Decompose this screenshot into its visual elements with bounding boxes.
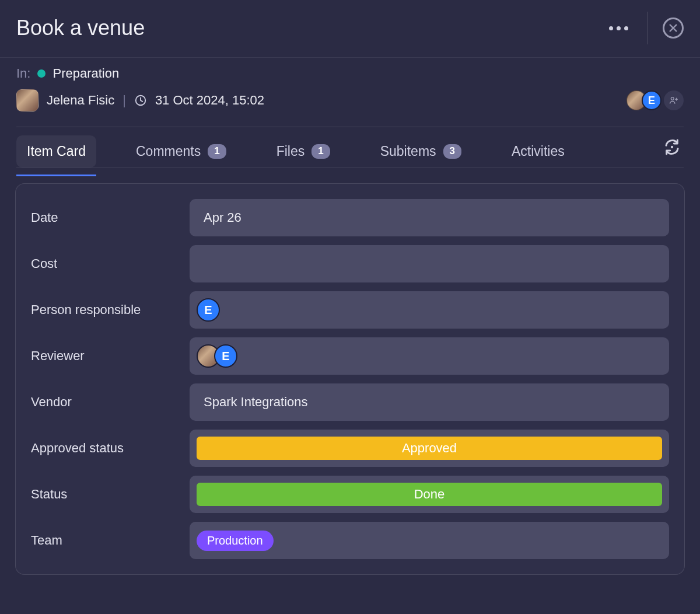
watcher-avatar-stack[interactable]: E [626, 90, 662, 110]
tab-label: Activities [512, 144, 565, 159]
page-title: Book a venue [16, 16, 606, 40]
field-cost: Cost [31, 245, 669, 282]
tab-subitems[interactable]: Subitems 3 [370, 135, 472, 168]
more-options-button[interactable] [606, 23, 632, 34]
tab-files[interactable]: Files 1 [266, 135, 341, 168]
meta-wrap: In: Preparation Jelena Fisic | 31 Oct 20… [0, 58, 700, 168]
tab-item-card[interactable]: Item Card [16, 135, 96, 168]
status-value[interactable]: Done [190, 476, 669, 513]
tab-comments[interactable]: Comments 1 [125, 135, 237, 168]
field-label: Reviewer [31, 348, 190, 364]
field-reviewer: Reviewer E [31, 337, 669, 375]
tab-label: Item Card [27, 144, 86, 159]
watcher-avatar-letter: E [642, 90, 662, 110]
tab-badge: 1 [208, 144, 226, 158]
assignee-avatar-letter: E [197, 298, 220, 322]
tab-badge: 1 [312, 144, 330, 158]
team-pill: Production [197, 531, 274, 551]
field-label: Approved status [31, 441, 190, 456]
field-approved-status: Approved status Approved [31, 430, 669, 467]
item-card: Date Apr 26 Cost Person responsible E Re… [15, 183, 685, 575]
field-label: Person responsible [31, 302, 190, 318]
refresh-button[interactable] [663, 138, 684, 166]
refresh-icon [663, 138, 681, 156]
field-date: Date Apr 26 [31, 199, 669, 236]
cost-value[interactable] [190, 245, 669, 282]
svg-point-1 [671, 97, 674, 100]
reviewer-value[interactable]: E [190, 337, 669, 375]
author-avatar[interactable] [16, 89, 38, 111]
date-value[interactable]: Apr 26 [190, 199, 669, 236]
vertical-divider [647, 12, 648, 44]
field-label: Status [31, 487, 190, 502]
field-status: Status Done [31, 476, 669, 513]
approved-status-value[interactable]: Approved [190, 430, 669, 467]
card-area: Date Apr 26 Cost Person responsible E Re… [0, 168, 700, 590]
pipe-divider: | [123, 93, 126, 108]
tab-label: Comments [136, 144, 201, 159]
header-bar: Book a venue [0, 0, 700, 58]
status-chip-approved: Approved [197, 437, 662, 460]
in-label: In: [16, 66, 30, 81]
add-watcher-button[interactable] [664, 90, 684, 110]
team-value[interactable]: Production [190, 522, 669, 559]
field-person-responsible: Person responsible E [31, 291, 669, 329]
tab-badge: 3 [443, 144, 461, 158]
close-icon [668, 23, 678, 33]
meta-section: In: Preparation Jelena Fisic | 31 Oct 20… [16, 58, 684, 116]
close-button[interactable] [663, 18, 684, 39]
vendor-value[interactable]: Spark Integrations [190, 383, 669, 421]
tab-label: Files [276, 144, 305, 159]
person-plus-icon [668, 95, 679, 106]
dot-icon [617, 26, 621, 30]
person-responsible-value[interactable]: E [190, 291, 669, 329]
header-actions [606, 12, 684, 44]
author-name: Jelena Fisic [47, 93, 114, 108]
field-label: Team [31, 533, 190, 548]
tab-activities[interactable]: Activities [501, 135, 575, 168]
status-chip-done: Done [197, 483, 662, 506]
field-vendor: Vendor Spark Integrations [31, 383, 669, 421]
clock-icon [134, 94, 147, 107]
field-label: Vendor [31, 395, 190, 410]
watchers: E [626, 90, 684, 110]
field-team: Team Production [31, 522, 669, 559]
timestamp: 31 Oct 2024, 15:02 [155, 93, 264, 108]
author-row: Jelena Fisic | 31 Oct 2024, 15:02 E [16, 89, 684, 111]
tab-label: Subitems [380, 144, 436, 159]
dot-icon [609, 26, 613, 30]
breadcrumb: In: Preparation [16, 66, 684, 81]
dot-icon [624, 26, 628, 30]
svg-point-2 [671, 145, 673, 148]
field-label: Date [31, 210, 190, 225]
reviewer-avatar-letter: E [214, 344, 237, 368]
section-color-dot [37, 69, 46, 78]
field-label: Cost [31, 256, 190, 271]
section-name[interactable]: Preparation [52, 66, 119, 81]
tabs: Item Card Comments 1 Files 1 Subitems 3 … [16, 127, 684, 168]
author-left: Jelena Fisic | 31 Oct 2024, 15:02 [16, 89, 618, 111]
